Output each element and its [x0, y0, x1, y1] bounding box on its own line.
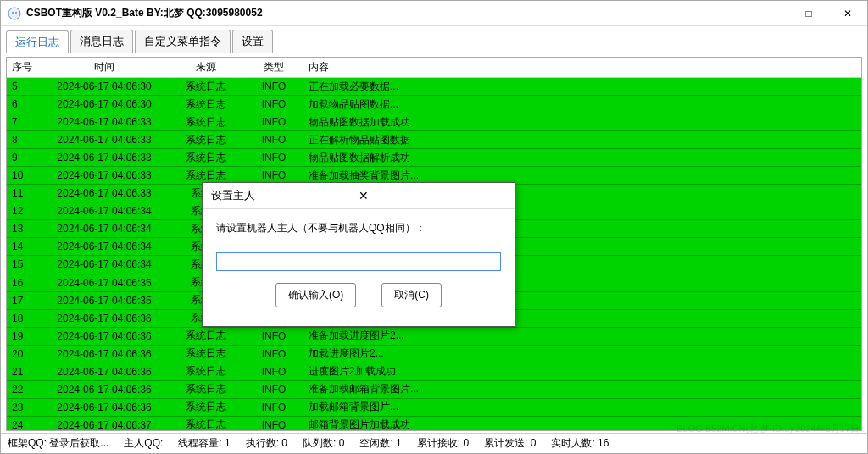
cell-time: 2024-06-17 04:06:33 — [41, 131, 168, 148]
cell-source: 系统日志 — [168, 148, 244, 168]
cell-seq: 6 — [7, 96, 41, 113]
cell-content: 准备加载邮箱背景图片... — [303, 379, 861, 399]
table-row[interactable]: 72024-06-17 04:06:33系统日志INFO物品贴图数据加载成功 — [7, 114, 861, 131]
table-row[interactable]: 202024-06-17 04:06:36系统日志INFO加载进度图片2... — [7, 346, 861, 363]
status-online: 实时人数: 16 — [551, 436, 609, 451]
tab-2[interactable]: 自定义菜单指令 — [135, 30, 231, 53]
cell-seq: 14 — [7, 238, 41, 255]
tab-3[interactable]: 设置 — [232, 30, 273, 53]
cell-type: INFO — [244, 381, 303, 398]
cell-source: 系统日志 — [168, 78, 244, 97]
cell-seq: 7 — [7, 114, 41, 130]
status-bar: 框架QQ: 登录后获取...主人QQ: 线程容量: 1执行数: 0队列数: 0空… — [1, 433, 867, 453]
cell-time: 2024-06-17 04:06:30 — [41, 78, 168, 95]
status-masterqq: 主人QQ: — [124, 436, 163, 451]
cell-type: INFO — [244, 96, 303, 113]
status-recv: 累计接收: 0 — [417, 436, 469, 451]
cell-content: 加载进度图片2... — [303, 344, 861, 363]
cell-type: INFO — [244, 78, 303, 95]
minimize-button[interactable]: — — [750, 1, 789, 26]
cell-seq: 23 — [7, 399, 41, 416]
col-seq: 序号 — [7, 58, 41, 77]
dialog-message: 请设置机器人主人（不要与机器人QQ相同）： — [216, 221, 501, 235]
cell-time: 2024-06-17 04:06:37 — [41, 417, 168, 430]
cell-source: 系统日志 — [168, 113, 244, 132]
col-time: 时间 — [41, 58, 168, 77]
dialog-body: 请设置机器人主人（不要与机器人QQ相同）： 确认输入(O) 取消(C) — [203, 209, 515, 326]
master-qq-input[interactable] — [216, 252, 501, 271]
cell-type: INFO — [244, 363, 303, 380]
cell-seq: 13 — [7, 220, 41, 237]
cell-seq: 21 — [7, 363, 41, 380]
cell-content: 进度图片2加载成功 — [303, 362, 861, 381]
table-row[interactable]: 62024-06-17 04:06:30系统日志INFO加载物品贴图数据... — [7, 96, 861, 114]
cell-time: 2024-06-17 04:06:35 — [41, 274, 168, 291]
cancel-button[interactable]: 取消(C) — [381, 283, 442, 307]
cell-time: 2024-06-17 04:06:36 — [41, 399, 168, 416]
tab-0[interactable]: 运行日志 — [6, 30, 69, 53]
cell-seq: 11 — [7, 185, 41, 202]
cell-time: 2024-06-17 04:06:36 — [41, 328, 168, 345]
cell-seq: 5 — [7, 78, 41, 95]
cell-time: 2024-06-17 04:06:36 — [41, 310, 168, 327]
table-row[interactable]: 222024-06-17 04:06:36系统日志INFO准备加载邮箱背景图片.… — [7, 381, 861, 399]
cell-source: 系统日志 — [168, 130, 244, 150]
cell-content: 物品贴图数据加载成功 — [303, 113, 861, 132]
cell-time: 2024-06-17 04:06:36 — [41, 381, 168, 398]
cell-type: INFO — [244, 417, 303, 430]
table-header: 序号 时间 来源 类型 内容 — [7, 58, 861, 78]
table-row[interactable]: 192024-06-17 04:06:36系统日志INFO准备加载进度图片2..… — [7, 328, 861, 346]
cell-source: 系统日志 — [168, 326, 244, 346]
cell-content: 准备加载进度图片2... — [303, 326, 861, 346]
svg-point-2 — [15, 12, 17, 14]
cell-content: 邮箱背景图片加载成功 — [303, 415, 861, 430]
maximize-button[interactable]: □ — [789, 1, 828, 26]
cell-type: INFO — [244, 114, 303, 130]
cell-seq: 10 — [7, 167, 41, 184]
cell-seq: 16 — [7, 274, 41, 291]
cell-time: 2024-06-17 04:06:33 — [41, 114, 168, 130]
set-master-dialog: 设置主人 ✕ 请设置机器人主人（不要与机器人QQ相同）： 确认输入(O) 取消(… — [202, 182, 515, 327]
cell-seq: 8 — [7, 131, 41, 148]
cell-seq: 17 — [7, 292, 41, 309]
col-type: 类型 — [244, 58, 303, 77]
cell-source: 系统日志 — [168, 344, 244, 363]
svg-point-1 — [12, 12, 14, 14]
window-title: CSBOT重构版 V0.2_Bate BY:北梦 QQ:3095980052 — [26, 6, 750, 20]
table-row[interactable]: 52024-06-17 04:06:30系统日志INFO正在加载必要数据... — [7, 78, 861, 96]
cell-seq: 15 — [7, 256, 41, 273]
table-row[interactable]: 92024-06-17 04:06:33系统日志INFO物品贴图数据解析成功 — [7, 149, 861, 167]
tab-1[interactable]: 消息日志 — [70, 30, 133, 53]
cell-seq: 12 — [7, 202, 41, 219]
tab-bar: 运行日志消息日志自定义菜单指令设置 — [1, 26, 867, 53]
cell-seq: 18 — [7, 310, 41, 327]
status-idle: 空闲数: 1 — [359, 436, 401, 451]
cell-content: 加载物品贴图数据... — [303, 95, 861, 114]
cell-time: 2024-06-17 04:06:34 — [41, 238, 168, 255]
status-queue: 队列数: 0 — [303, 436, 344, 451]
dialog-close-icon[interactable]: ✕ — [359, 189, 506, 202]
cell-content: 加载邮箱背景图片... — [303, 397, 861, 417]
cell-content: 物品贴图数据解析成功 — [303, 148, 861, 168]
cell-type: INFO — [244, 149, 303, 166]
dialog-title: 设置主人 — [211, 188, 359, 203]
close-button[interactable]: ✕ — [828, 1, 867, 26]
cell-time: 2024-06-17 04:06:33 — [41, 185, 168, 202]
status-threadcap: 线程容量: 1 — [178, 436, 230, 451]
table-row[interactable]: 232024-06-17 04:06:36系统日志INFO加载邮箱背景图片... — [7, 399, 861, 417]
table-row[interactable]: 242024-06-17 04:06:37系统日志INFO邮箱背景图片加载成功 — [7, 417, 861, 430]
svg-point-0 — [8, 8, 20, 19]
table-row[interactable]: 82024-06-17 04:06:33系统日志INFO正在解析物品贴图数据 — [7, 131, 861, 149]
cell-source: 系统日志 — [168, 379, 244, 399]
cell-time: 2024-06-17 04:06:36 — [41, 346, 168, 363]
cell-seq: 20 — [7, 346, 41, 363]
cell-content: 正在加载必要数据... — [303, 78, 861, 97]
cell-seq: 19 — [7, 328, 41, 345]
cell-type: INFO — [244, 399, 303, 416]
cell-time: 2024-06-17 04:06:34 — [41, 220, 168, 237]
table-row[interactable]: 212024-06-17 04:06:36系统日志INFO进度图片2加载成功 — [7, 363, 861, 381]
status-exec: 执行数: 0 — [246, 436, 287, 451]
confirm-button[interactable]: 确认输入(O) — [275, 283, 356, 307]
titlebar: CSBOT重构版 V0.2_Bate BY:北梦 QQ:3095980052 —… — [1, 1, 867, 26]
cell-source: 系统日志 — [168, 415, 244, 430]
